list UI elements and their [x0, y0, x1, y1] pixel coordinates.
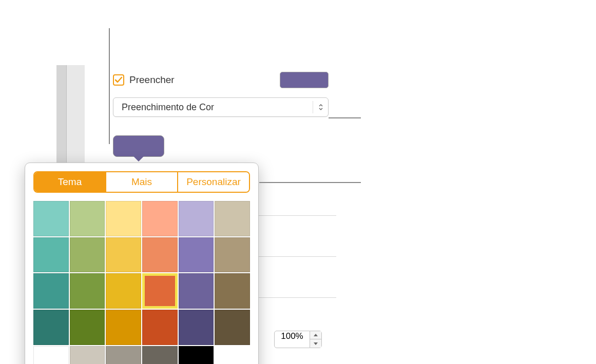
color-swatch[interactable]: [33, 346, 69, 364]
color-swatch[interactable]: [70, 273, 105, 309]
callout-line: [329, 117, 361, 118]
callout-line: [109, 28, 110, 144]
opacity-stepper: [310, 331, 322, 348]
fill-header: Preencher: [113, 72, 329, 88]
color-swatch[interactable]: [142, 346, 178, 364]
fill-type-dropdown[interactable]: Preenchimento de Cor: [113, 97, 329, 117]
color-swatch[interactable]: [215, 273, 250, 309]
color-swatch[interactable]: [179, 273, 214, 309]
color-swatch[interactable]: [179, 310, 214, 345]
checkmark-icon: [114, 76, 123, 84]
fill-checkbox[interactable]: [113, 74, 124, 86]
color-swatch[interactable]: [142, 310, 178, 345]
fill-section: Preencher Preenchimento de Cor: [113, 72, 329, 117]
color-swatch[interactable]: [142, 237, 178, 273]
color-tab-tema[interactable]: Tema: [34, 172, 106, 192]
opacity-control: 100%: [274, 331, 322, 348]
color-swatch[interactable]: [215, 310, 250, 345]
color-swatch[interactable]: [215, 201, 250, 236]
callout-line: [259, 182, 361, 183]
chevron-updown-icon: [313, 101, 325, 113]
color-tab-personalizar[interactable]: Personalizar: [178, 172, 249, 192]
color-swatch[interactable]: [106, 310, 141, 345]
color-swatch[interactable]: [33, 310, 69, 345]
color-swatch[interactable]: [33, 237, 69, 273]
color-swatch[interactable]: [33, 273, 69, 309]
fill-label: Preencher: [129, 74, 175, 86]
dropdown-value: Preenchimento de Cor: [122, 102, 214, 113]
fill-checkbox-group: Preencher: [113, 74, 175, 86]
color-swatch[interactable]: [70, 201, 105, 236]
color-swatch[interactable]: [215, 237, 250, 273]
color-swatch[interactable]: [142, 201, 178, 236]
color-swatch[interactable]: [70, 237, 105, 273]
color-swatch[interactable]: [179, 237, 214, 273]
color-swatch[interactable]: [106, 201, 141, 236]
color-swatch[interactable]: [33, 201, 69, 236]
color-picker-popover: TemaMaisPersonalizar: [25, 163, 259, 364]
color-swatch[interactable]: [179, 201, 214, 236]
color-picker-tabs: TemaMaisPersonalizar: [33, 171, 250, 193]
color-swatch[interactable]: [106, 273, 141, 309]
stepper-up[interactable]: [310, 331, 321, 339]
color-swatch[interactable]: [70, 310, 105, 345]
color-swatch[interactable]: [106, 237, 141, 273]
stepper-down[interactable]: [310, 339, 321, 348]
fill-color-preview[interactable]: [280, 72, 329, 88]
color-swatch[interactable]: [106, 346, 141, 364]
color-grid: [33, 201, 250, 364]
color-swatch[interactable]: [70, 346, 105, 364]
color-tab-mais[interactable]: Mais: [106, 172, 178, 192]
fill-color-well[interactable]: [113, 135, 164, 157]
color-swatch[interactable]: [179, 346, 214, 364]
opacity-input[interactable]: 100%: [274, 331, 310, 348]
color-swatch[interactable]: [142, 273, 178, 309]
